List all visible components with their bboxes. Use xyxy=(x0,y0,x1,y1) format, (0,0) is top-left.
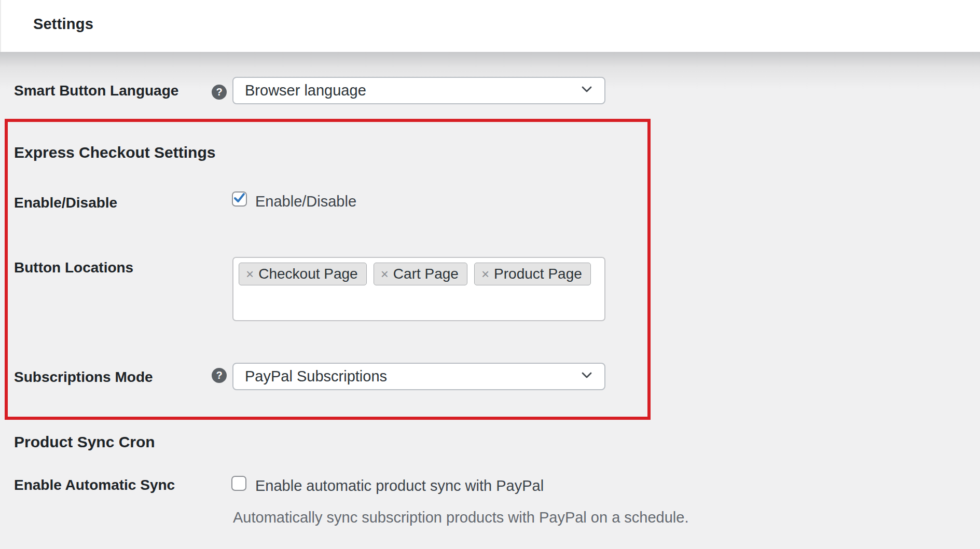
tag-cart-page: × Cart Page xyxy=(374,263,467,285)
checkmark-icon xyxy=(232,191,246,207)
enable-automatic-sync-checkbox[interactable] xyxy=(231,476,246,491)
smart-button-language-value: Browser language xyxy=(245,82,579,99)
question-mark-glyph: ? xyxy=(216,369,222,381)
question-mark-glyph: ? xyxy=(216,86,222,98)
enable-disable-label: Enable/Disable xyxy=(14,195,117,211)
smart-button-language-select[interactable]: Browser language xyxy=(232,77,605,104)
tag-checkout-page: × Checkout Page xyxy=(239,263,367,285)
page-header: Settings xyxy=(0,0,980,52)
chevron-down-icon xyxy=(579,367,594,386)
page-title: Settings xyxy=(33,16,93,33)
express-checkout-settings-heading: Express Checkout Settings xyxy=(14,144,215,161)
help-icon[interactable]: ? xyxy=(212,85,227,100)
product-sync-cron-heading: Product Sync Cron xyxy=(14,433,155,451)
subscriptions-mode-label: Subscriptions Mode xyxy=(14,369,153,386)
tag-product-page: × Product Page xyxy=(474,263,591,285)
enable-disable-checkbox-label[interactable]: Enable/Disable xyxy=(255,193,356,210)
remove-tag-icon[interactable]: × xyxy=(246,267,254,281)
chevron-down-icon xyxy=(579,81,594,100)
enable-disable-checkbox[interactable] xyxy=(232,191,247,207)
subscriptions-mode-select[interactable]: PayPal Subscriptions xyxy=(232,363,605,390)
subscriptions-mode-value: PayPal Subscriptions xyxy=(245,368,579,385)
tag-label: Checkout Page xyxy=(258,266,357,282)
smart-button-language-label: Smart Button Language xyxy=(14,83,178,99)
remove-tag-icon[interactable]: × xyxy=(381,267,389,281)
enable-automatic-sync-description: Automatically sync subscription products… xyxy=(233,509,689,526)
help-icon[interactable]: ? xyxy=(212,368,227,383)
tag-label: Product Page xyxy=(494,266,582,282)
button-locations-multiselect[interactable]: × Checkout Page × Cart Page × Product Pa… xyxy=(232,257,605,321)
remove-tag-icon[interactable]: × xyxy=(481,267,489,281)
button-locations-label: Button Locations xyxy=(14,259,133,276)
tag-label: Cart Page xyxy=(393,266,459,282)
enable-automatic-sync-checkbox-label[interactable]: Enable automatic product sync with PayPa… xyxy=(255,477,544,495)
settings-page: Settings Smart Button Language ? Browser… xyxy=(0,0,980,549)
enable-automatic-sync-label: Enable Automatic Sync xyxy=(14,477,175,493)
